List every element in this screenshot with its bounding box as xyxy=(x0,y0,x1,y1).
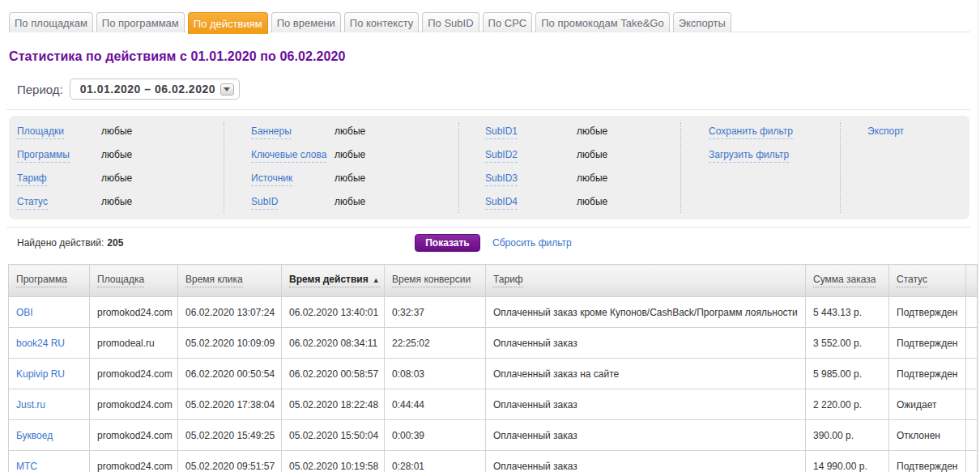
filter-separator xyxy=(458,122,459,213)
tab-exports[interactable]: Экспорты xyxy=(673,12,731,32)
filter-value-status: любые xyxy=(101,196,132,207)
period-range-value: 01.01.2020 – 06.02.2020 xyxy=(80,83,215,96)
cell-tariff: Оплаченный заказ xyxy=(486,451,806,472)
filter-link-subid4[interactable]: SubID4 xyxy=(485,196,518,210)
export-link[interactable]: Экспорт xyxy=(867,125,904,138)
period-range-field[interactable]: 01.01.2020 – 06.02.2020 xyxy=(70,79,240,100)
filter-value-subid2: любые xyxy=(577,149,607,160)
filter-row-programs: Программы любые xyxy=(17,149,132,172)
program-link[interactable]: Kupivip RU xyxy=(16,368,65,380)
cell-order-sum: 390.00 р. xyxy=(806,420,889,451)
filter-link-subid1[interactable]: SubID1 xyxy=(485,125,518,139)
program-link[interactable]: Just.ru xyxy=(16,399,45,410)
filter-link-subid3[interactable]: SubID3 xyxy=(485,172,518,186)
tab-by-time[interactable]: По времени xyxy=(271,12,341,32)
filter-link-keywords[interactable]: Ключевые слова xyxy=(251,149,326,163)
cell-extra xyxy=(966,297,978,328)
cell-action-time: 06.02.2020 08:34:11 xyxy=(282,328,385,359)
tab-by-actions[interactable]: По действиям xyxy=(188,12,268,34)
filter-value-banners: любые xyxy=(334,125,365,137)
cell-platform: promokod24.com xyxy=(90,359,178,389)
filter-value-subid: любые xyxy=(334,196,365,207)
table-row: Буквоед promokod24.com 05.02.2020 15:49:… xyxy=(9,420,978,451)
filter-link-platforms[interactable]: Площадки xyxy=(17,125,64,139)
stats-tab-bar: По площадкам По программам По действиям … xyxy=(9,12,970,32)
filter-link-subid[interactable]: SubID xyxy=(251,196,278,210)
tab-by-platforms[interactable]: По площадкам xyxy=(9,12,93,32)
filter-link-subid2[interactable]: SubID2 xyxy=(485,149,518,163)
cell-platform: promodeal.ru xyxy=(90,328,178,359)
cell-extra xyxy=(966,420,978,451)
program-link[interactable]: МТС xyxy=(16,461,37,472)
filter-value-subid1: любые xyxy=(577,125,607,137)
tab-by-context[interactable]: По контексту xyxy=(344,12,419,32)
found-actions-label: Найдено действий: xyxy=(17,237,104,249)
filter-row-subid2: SubID2 любые xyxy=(485,149,607,172)
column-header-status[interactable]: Статус xyxy=(897,274,927,287)
cell-extra xyxy=(966,451,978,472)
program-link[interactable]: OBI xyxy=(16,307,33,318)
cell-platform: promokod24.com xyxy=(90,389,178,420)
tab-by-programs[interactable]: По программам xyxy=(96,12,185,32)
cell-conversion-time: 0:44:44 xyxy=(385,389,486,420)
sort-ascending-icon: ▲ xyxy=(373,276,380,284)
filter-row-subid: SubID любые xyxy=(251,196,365,219)
cell-action-time: 06.02.2020 00:58:57 xyxy=(282,359,385,389)
column-header-click-time[interactable]: Время клика xyxy=(185,274,243,287)
filter-link-programs[interactable]: Программы xyxy=(17,149,70,163)
column-header-platform[interactable]: Площадка xyxy=(97,274,144,287)
filter-row-source: Источник любые xyxy=(251,172,365,196)
load-filter-link[interactable]: Загрузить фильтр xyxy=(709,149,789,163)
tab-by-promocodes[interactable]: По промокодам Take&Go xyxy=(535,12,669,32)
column-header-program[interactable]: Программа xyxy=(16,274,67,287)
filter-link-tariff[interactable]: Тариф xyxy=(17,172,47,186)
column-header-conversion-time[interactable]: Время конверсии xyxy=(392,274,471,287)
filter-column-sources: Баннеры любые Ключевые слова любые Источ… xyxy=(251,125,365,219)
table-row: Just.ru promokod24.com 05.02.2020 17:38:… xyxy=(9,389,978,420)
cell-click-time: 05.02.2020 17:38:04 xyxy=(178,389,282,420)
filter-value-tariff: любые xyxy=(101,172,132,184)
cell-tariff: Оплаченный заказ xyxy=(486,389,806,420)
cell-click-time: 06.02.2020 00:50:54 xyxy=(178,359,282,389)
save-filter-link[interactable]: Сохранить фильтр xyxy=(709,125,793,139)
table-header: Программа Площадка Время клика Время дей… xyxy=(9,265,978,297)
cell-conversion-time: 0:28:01 xyxy=(385,451,486,472)
cell-extra xyxy=(966,359,978,389)
filter-link-banners[interactable]: Баннеры xyxy=(251,125,292,139)
column-header-tariff[interactable]: Тариф xyxy=(493,274,523,287)
cell-conversion-time: 0:08:03 xyxy=(385,359,486,389)
period-row: Период: 01.01.2020 – 06.02.2020 xyxy=(17,79,240,100)
filter-link-source[interactable]: Источник xyxy=(251,172,292,186)
program-link[interactable]: Буквоед xyxy=(16,430,53,441)
filter-row-export: Экспорт xyxy=(867,125,904,149)
cell-conversion-time: 0:00:39 xyxy=(385,420,486,451)
period-dropdown-button[interactable] xyxy=(220,83,234,96)
column-header-action-time[interactable]: Время действия▲ xyxy=(289,274,380,287)
show-button[interactable]: Показать xyxy=(415,234,480,252)
filter-separator xyxy=(224,122,224,213)
cell-tariff: Оплаченный заказ на сайте xyxy=(486,359,806,389)
program-link[interactable]: book24 RU xyxy=(16,338,65,349)
page-title: Статистика по действиям с 01.01.2020 по … xyxy=(9,49,346,64)
cell-platform: promokod24.com xyxy=(90,297,178,328)
period-label: Период: xyxy=(17,83,63,96)
column-header-order-sum[interactable]: Сумма заказа xyxy=(813,274,876,287)
chevron-down-icon xyxy=(224,87,230,91)
filter-link-status[interactable]: Статус xyxy=(17,196,48,210)
page-edge-divider xyxy=(978,0,978,472)
reset-filter-link[interactable]: Сбросить фильтр xyxy=(492,234,572,252)
filter-separator xyxy=(840,122,841,213)
found-actions-summary: Найдено действий: 205 xyxy=(17,234,123,252)
tab-by-subid[interactable]: По SubID xyxy=(422,12,479,32)
table-row: МТС promokod24.com 05.02.2020 09:51:57 0… xyxy=(9,451,978,472)
cell-click-time: 05.02.2020 15:49:25 xyxy=(178,420,282,451)
statistics-page: По площадкам По программам По действиям … xyxy=(0,0,980,472)
filter-row-banners: Баннеры любые xyxy=(251,125,365,149)
filter-row-subid1: SubID1 любые xyxy=(485,125,607,149)
filter-value-programs: любые xyxy=(101,149,132,160)
filter-value-source: любые xyxy=(334,172,365,184)
cell-status: Отклонен xyxy=(889,420,966,451)
cell-tariff: Оплаченный заказ xyxy=(486,328,806,359)
cell-action-time: 05.02.2020 15:50:04 xyxy=(282,420,385,451)
tab-by-cpc[interactable]: По CPC xyxy=(483,12,533,32)
